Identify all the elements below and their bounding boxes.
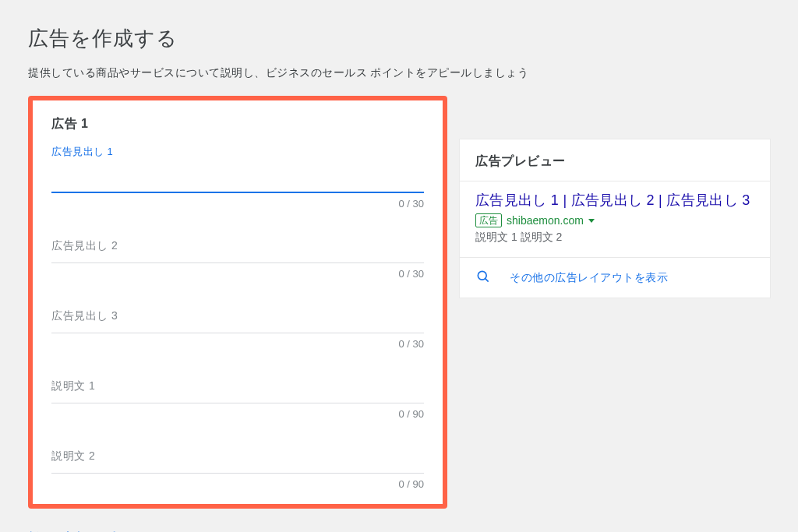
other-ad-layouts-link[interactable]: その他の広告レイアウトを表示 xyxy=(510,271,668,285)
preview-description: 説明文 1 説明文 2 xyxy=(475,231,754,245)
ad-preview-card: 広告プレビュー 広告見出し 1 | 広告見出し 2 | 広告見出し 3 広告 s… xyxy=(460,139,770,298)
preview-url-row: 広告 shibaemon.com xyxy=(475,213,754,227)
description-1-counter: 0 / 90 xyxy=(51,408,424,420)
field-description-2[interactable]: 説明文 2 0 / 90 xyxy=(51,435,424,490)
headline-1-counter: 0 / 30 xyxy=(51,198,424,210)
ad-badge: 広告 xyxy=(475,213,502,227)
search-icon xyxy=(475,269,491,287)
preview-title: 広告プレビュー xyxy=(460,139,770,181)
page-subtitle: 提供している商品やサービスについて説明し、ビジネスのセールス ポイントをアピール… xyxy=(28,66,770,80)
ad-card-title: 広告 1 xyxy=(51,116,424,132)
field-description-1[interactable]: 説明文 1 0 / 90 xyxy=(51,365,424,420)
page-title: 広告を作成する xyxy=(28,25,770,52)
chevron-down-icon[interactable] xyxy=(588,219,595,223)
preview-footer[interactable]: その他の広告レイアウトを表示 xyxy=(460,257,770,298)
field-headline-3[interactable]: 広告見出し 3 0 / 30 xyxy=(51,295,424,350)
headline-2-input[interactable] xyxy=(51,242,424,263)
preview-url: shibaemon.com xyxy=(507,214,584,227)
svg-line-1 xyxy=(486,279,489,282)
description-2-input[interactable] xyxy=(51,453,424,474)
headline-3-input[interactable] xyxy=(51,312,424,333)
ad-card-1: 広告 1 広告見出し 1 0 / 30 広告見出し 2 0 / 30 xyxy=(28,96,447,509)
headline-2-counter: 0 / 30 xyxy=(51,268,424,280)
field-headline-2[interactable]: 広告見出し 2 0 / 30 xyxy=(51,225,424,280)
headline-1-label: 広告見出し 1 xyxy=(51,145,424,159)
field-headline-1[interactable]: 広告見出し 1 0 / 30 xyxy=(51,145,424,210)
svg-point-0 xyxy=(478,272,486,280)
description-2-counter: 0 / 90 xyxy=(51,478,424,490)
preview-headline: 広告見出し 1 | 広告見出し 2 | 広告見出し 3 xyxy=(475,191,754,210)
headline-3-counter: 0 / 30 xyxy=(51,338,424,350)
description-1-input[interactable] xyxy=(51,382,424,403)
headline-1-input[interactable] xyxy=(51,162,424,193)
